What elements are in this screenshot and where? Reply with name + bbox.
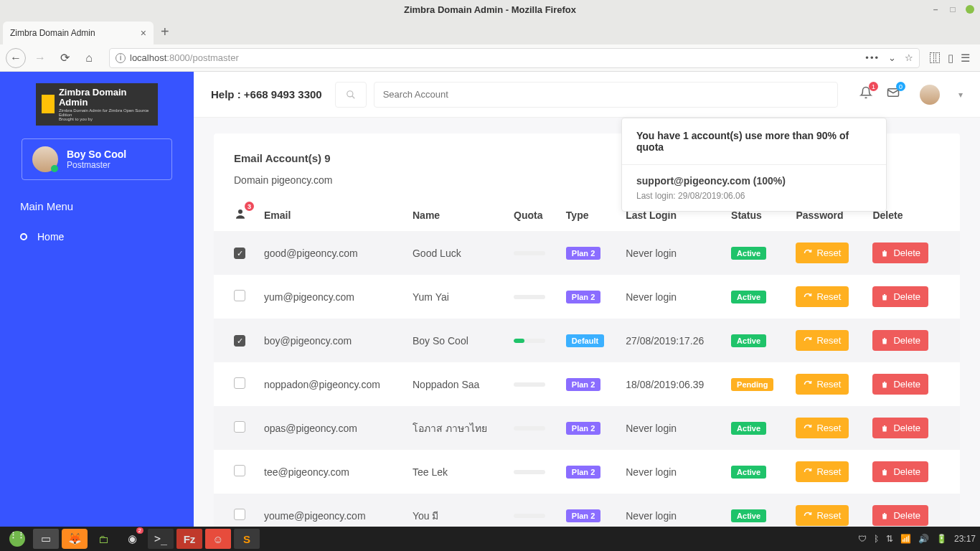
search-button[interactable]: [335, 82, 367, 108]
table-row: noppadon@pigeoncy.comNoppadon SaaPlan 21…: [214, 362, 960, 406]
window-title: Zimbra Domain Admin - Mozilla Firefox: [404, 4, 576, 15]
url-bar[interactable]: i localhost:8000/postmaster ••• ⌄ ☆: [109, 48, 920, 68]
page-actions-icon[interactable]: •••: [865, 52, 880, 63]
top-icons: 1 0 ▾: [859, 85, 963, 105]
refresh-icon: [804, 468, 812, 476]
task-filezilla[interactable]: Fz: [176, 529, 202, 549]
col-email: Email: [257, 199, 405, 231]
delete-button[interactable]: Delete: [872, 242, 928, 263]
task-file-manager[interactable]: 🗀: [90, 529, 116, 549]
cell-name: Noppadon Saa: [405, 362, 507, 406]
toolbar-right: ⿲ ▯ ☰: [930, 52, 974, 65]
main: Help : +668 9493 3300 1 0 ▾ You have 1 a…: [194, 72, 980, 551]
reset-button[interactable]: Reset: [796, 418, 849, 438]
bluetooth-icon[interactable]: ᛒ: [874, 534, 879, 544]
trash-icon: [880, 336, 889, 345]
pocket-icon[interactable]: ⌄: [888, 52, 896, 63]
popover-body[interactable]: support@pigeoncy.com (100%) Last login: …: [622, 165, 886, 211]
new-tab-button[interactable]: +: [161, 24, 169, 40]
status-tag: Active: [731, 509, 766, 522]
library-icon[interactable]: ⿲: [930, 52, 941, 64]
minimize-icon[interactable]: –: [931, 5, 940, 14]
person-icon: [234, 207, 247, 220]
refresh-icon: [804, 249, 812, 258]
svg-line-1: [352, 95, 354, 98]
clock[interactable]: 23:17: [954, 534, 976, 544]
network-icon[interactable]: ⇅: [886, 534, 893, 544]
refresh-icon: [804, 512, 812, 520]
maximize-icon[interactable]: □: [948, 5, 957, 14]
forward-button[interactable]: →: [30, 48, 50, 68]
notifications-button[interactable]: 1: [859, 86, 872, 103]
reset-button[interactable]: Reset: [796, 374, 849, 395]
chevron-down-icon[interactable]: ▾: [958, 90, 963, 100]
messages-button[interactable]: 0: [887, 86, 900, 103]
task-terminal[interactable]: >_: [148, 529, 174, 549]
task-firefox[interactable]: 🦊: [62, 529, 88, 549]
tab-title: Zimbra Domain Admin: [10, 28, 95, 38]
delete-button[interactable]: Delete: [872, 505, 928, 526]
row-checkbox[interactable]: ✓: [234, 335, 245, 347]
online-dot-icon: [51, 165, 58, 172]
top-avatar[interactable]: [920, 85, 940, 105]
cell-email: tee@pigeoncy.com: [257, 450, 405, 494]
task-sublime[interactable]: S: [234, 529, 260, 549]
task-chrome[interactable]: ◉2: [119, 529, 145, 549]
close-icon[interactable]: [966, 5, 974, 14]
col-quota: Quota: [507, 199, 559, 231]
reset-button[interactable]: Reset: [796, 461, 849, 482]
col-type: Type: [559, 199, 618, 231]
shield-icon[interactable]: 🛡: [858, 534, 867, 544]
bookmark-icon[interactable]: ☆: [905, 52, 913, 63]
reload-button[interactable]: ⟳: [55, 48, 75, 68]
table-row: tee@pigeoncy.comTee LekPlan 2Never login…: [214, 450, 960, 494]
volume-icon[interactable]: 🔊: [918, 534, 929, 544]
task-app[interactable]: ☺: [205, 529, 231, 549]
url-path: /postmaster: [190, 52, 239, 63]
cell-name: Tee Lek: [405, 450, 507, 494]
delete-button[interactable]: Delete: [872, 286, 928, 307]
site-info-icon[interactable]: i: [116, 53, 126, 63]
row-checkbox[interactable]: ✓: [234, 248, 245, 259]
os-titlebar: Zimbra Domain Admin - Mozilla Firefox – …: [0, 0, 980, 19]
type-tag: Plan 2: [566, 247, 600, 260]
row-checkbox[interactable]: [234, 290, 245, 301]
select-column-icon[interactable]: 3: [234, 207, 247, 222]
task-files[interactable]: ▭: [33, 529, 59, 549]
row-checkbox[interactable]: [234, 465, 245, 476]
brand-icon: [42, 95, 55, 113]
trash-icon: [880, 512, 889, 520]
status-tag: Active: [731, 247, 766, 260]
reset-button[interactable]: Reset: [796, 330, 849, 351]
back-button[interactable]: ←: [6, 48, 26, 68]
battery-icon[interactable]: 🔋: [936, 534, 947, 544]
home-button[interactable]: ⌂: [79, 48, 99, 68]
delete-button[interactable]: Delete: [872, 461, 928, 482]
tab-close-icon[interactable]: ×: [141, 27, 146, 39]
reset-button[interactable]: Reset: [796, 505, 849, 526]
row-checkbox[interactable]: [234, 421, 245, 433]
quota-bar: [514, 382, 545, 387]
sidebar-item-home[interactable]: Home: [0, 222, 194, 251]
menu-icon[interactable]: ☰: [961, 52, 970, 65]
quota-bar: [514, 514, 545, 518]
browser-tab[interactable]: Zimbra Domain Admin ×: [3, 22, 154, 44]
topbar: Help : +668 9493 3300 1 0 ▾: [194, 72, 980, 118]
row-checkbox[interactable]: [234, 509, 245, 520]
menu-header: Main Menu: [20, 200, 174, 212]
sidebar-icon[interactable]: ▯: [948, 52, 953, 65]
cell-email: yum@pigeoncy.com: [257, 275, 405, 319]
reset-button[interactable]: Reset: [796, 242, 849, 263]
search-input[interactable]: [374, 82, 838, 108]
row-checkbox[interactable]: [234, 377, 245, 389]
user-card[interactable]: Boy So Cool Postmaster: [22, 138, 172, 180]
quota-popover: You have 1 account(s) use more than 90% …: [621, 118, 887, 212]
reset-button[interactable]: Reset: [796, 286, 849, 307]
delete-button[interactable]: Delete: [872, 374, 928, 395]
wifi-icon[interactable]: 📶: [900, 534, 911, 544]
popover-head: You have 1 account(s) use more than 90% …: [622, 118, 886, 165]
delete-button[interactable]: Delete: [872, 330, 928, 351]
start-menu-button[interactable]: ⋮⋮: [4, 529, 30, 549]
popover-sub: Last login: 29/08/2019:06.06: [636, 191, 872, 201]
delete-button[interactable]: Delete: [872, 418, 928, 438]
